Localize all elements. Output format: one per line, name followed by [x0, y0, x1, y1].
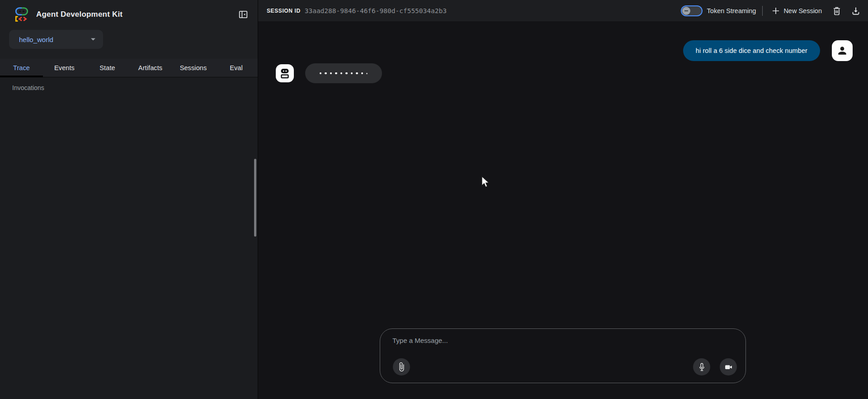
tab-events[interactable]: Events — [43, 59, 86, 77]
app-title: Agent Development Kit — [36, 10, 123, 19]
microphone-icon — [697, 362, 707, 372]
robot-icon — [279, 67, 291, 79]
new-session-button[interactable]: New Session — [768, 4, 826, 18]
sidebar-header: Agent Development Kit — [0, 0, 258, 26]
chat-area: hi roll a 6 side dice and check number — [258, 21, 868, 399]
user-message-row: hi roll a 6 side dice and check number — [683, 40, 853, 61]
sidebar-scrollbar[interactable] — [254, 159, 256, 237]
trash-icon — [831, 5, 842, 16]
session-topbar: SESSION ID 33aad288-9846-46f6-980d-cf555… — [258, 0, 868, 21]
session-id-value: 33aad288-9846-46f6-980d-cf555034a2b3 — [305, 7, 447, 14]
collapse-panel-icon — [238, 10, 248, 19]
message-input[interactable] — [392, 337, 709, 344]
agent-select-value: hello_world — [19, 36, 53, 43]
tab-state[interactable]: State — [86, 59, 129, 77]
download-icon — [850, 5, 861, 16]
tab-artifacts[interactable]: Artifacts — [129, 59, 172, 77]
agent-message-row — [276, 63, 382, 83]
main-panel: SESSION ID 33aad288-9846-46f6-980d-cf555… — [258, 0, 868, 399]
agent-select-dropdown[interactable]: hello_world — [9, 30, 103, 49]
toggle-thumb-icon — [682, 7, 690, 15]
tab-eval[interactable]: Eval — [215, 59, 258, 77]
tab-sessions[interactable]: Sessions — [172, 59, 215, 77]
agent-typing-indicator — [305, 63, 382, 83]
delete-session-button[interactable] — [829, 3, 844, 19]
token-streaming-label: Token Streaming — [707, 7, 756, 14]
user-avatar — [832, 40, 853, 61]
session-id-label: SESSION ID — [267, 8, 301, 14]
adk-logo-icon — [14, 7, 30, 22]
message-composer — [380, 328, 746, 383]
person-icon — [836, 45, 848, 57]
trace-panel: Invocations — [0, 77, 258, 399]
plus-icon — [772, 7, 780, 15]
paperclip-icon — [396, 362, 406, 372]
topbar-actions: Token Streaming New Session — [681, 3, 863, 19]
sidebar-tabs: Trace Events State Artifacts Sessions Ev… — [0, 59, 258, 77]
microphone-button[interactable] — [693, 358, 710, 375]
topbar-divider — [762, 6, 763, 16]
agent-avatar — [276, 64, 294, 82]
export-session-button[interactable] — [848, 3, 863, 19]
new-session-label: New Session — [783, 7, 822, 14]
adk-app: Agent Development Kit hello_world Trace … — [0, 0, 868, 399]
video-camera-icon — [724, 362, 733, 372]
chevron-down-icon — [90, 38, 96, 41]
attach-file-button[interactable] — [393, 358, 410, 375]
composer-media-buttons — [693, 358, 737, 375]
token-streaming-toggle[interactable] — [681, 5, 703, 16]
user-message-bubble: hi roll a 6 side dice and check number — [683, 40, 820, 61]
mouse-cursor-icon — [481, 176, 491, 189]
video-button[interactable] — [720, 358, 737, 375]
collapse-sidebar-button[interactable] — [236, 7, 250, 22]
active-tab-indicator — [0, 76, 43, 77]
tab-trace[interactable]: Trace — [0, 59, 43, 77]
invocations-heading: Invocations — [12, 84, 258, 91]
sidebar: Agent Development Kit hello_world Trace … — [0, 0, 258, 399]
